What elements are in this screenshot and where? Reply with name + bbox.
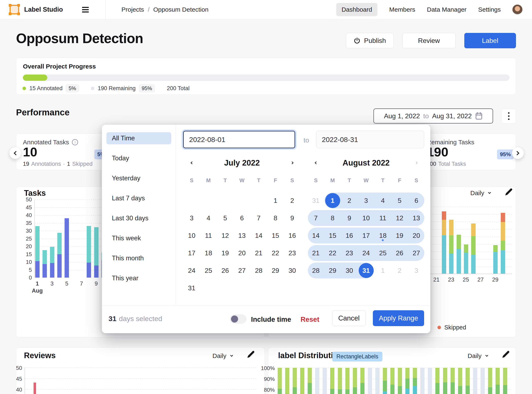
calendar-day[interactable]: 25 xyxy=(375,244,391,262)
calendar-day[interactable]: 4 xyxy=(200,209,217,227)
distribution-period-dropdown[interactable]: Daily xyxy=(468,352,488,359)
calendar-day[interactable]: 3 xyxy=(183,209,200,227)
calendar-day[interactable]: 18 xyxy=(200,244,217,262)
calendar-day[interactable]: 10 xyxy=(183,227,200,244)
cancel-button[interactable]: Cancel xyxy=(332,310,366,326)
label-studio-logo-icon[interactable] xyxy=(10,5,19,14)
calendar-day[interactable]: 23 xyxy=(284,244,301,262)
calendar-day[interactable]: 23 xyxy=(341,244,358,262)
calendar-day[interactable]: 24 xyxy=(358,244,374,262)
calendar-day[interactable]: 13 xyxy=(234,227,250,244)
calendar-day-outside[interactable]: 3 xyxy=(408,262,425,279)
calendar-day[interactable]: 16 xyxy=(284,227,301,244)
apply-range-button[interactable]: Apply Range xyxy=(373,310,424,326)
nav-tab-members[interactable]: Members xyxy=(389,6,415,13)
reviews-edit-pencil-icon[interactable] xyxy=(246,349,256,360)
preset-this-month[interactable]: This month xyxy=(106,252,171,264)
calendar-day[interactable]: 12 xyxy=(217,227,234,244)
calendar-day[interactable]: 11 xyxy=(200,227,217,244)
calendar-day[interactable]: 21 xyxy=(250,244,267,262)
preset-today[interactable]: Today xyxy=(106,152,171,164)
calendar-day[interactable]: 29 xyxy=(267,262,284,279)
calendar-day[interactable]: 24 xyxy=(183,262,200,279)
calendar-day[interactable]: 10 xyxy=(358,209,374,227)
calendar-day[interactable]: 29 xyxy=(324,262,341,279)
calendar-day[interactable]: 19 xyxy=(391,227,408,244)
calendar-day[interactable]: 17 xyxy=(183,244,200,262)
performance-menu-button[interactable] xyxy=(501,109,516,124)
calendar-day[interactable]: 1 xyxy=(324,192,341,209)
calendar-day[interactable]: 8 xyxy=(324,209,341,227)
carousel-prev-button[interactable] xyxy=(9,147,21,159)
hamburger-menu-icon[interactable] xyxy=(82,7,89,12)
calendar-day[interactable]: 22 xyxy=(267,244,284,262)
calendar-day[interactable]: 14 xyxy=(250,227,267,244)
calendar-day[interactable]: 9 xyxy=(341,209,358,227)
nav-tab-settings[interactable]: Settings xyxy=(478,6,501,13)
preset-last-30-days[interactable]: Last 30 days xyxy=(106,212,171,224)
preset-yesterday[interactable]: Yesterday xyxy=(106,172,171,184)
calendar-day[interactable]: 14 xyxy=(308,227,324,244)
calendar-day[interactable]: 31 xyxy=(358,262,374,279)
calendar-day[interactable]: 7 xyxy=(250,209,267,227)
calendar-day[interactable]: 7 xyxy=(308,209,324,227)
breadcrumb-projects[interactable]: Projects xyxy=(121,6,144,13)
carousel-next-button[interactable] xyxy=(512,147,524,159)
calendar-next-month-button[interactable] xyxy=(288,158,297,167)
calendar-day[interactable]: 30 xyxy=(284,262,301,279)
calendar-day[interactable]: 30 xyxy=(341,262,358,279)
calendar-day[interactable]: 31 xyxy=(183,279,200,297)
label-button[interactable]: Label xyxy=(464,33,516,48)
nav-tab-dashboard[interactable]: Dashboard xyxy=(336,3,378,16)
calendar-day[interactable]: 6 xyxy=(408,192,425,209)
calendar-day[interactable]: 28 xyxy=(308,262,324,279)
calendar-day[interactable]: 26 xyxy=(217,262,234,279)
distribution-edit-pencil-icon[interactable] xyxy=(501,349,511,360)
calendar-day[interactable]: 20 xyxy=(408,227,425,244)
nav-tab-data-manager[interactable]: Data Manager xyxy=(427,6,466,13)
calendar-prev-month-button[interactable] xyxy=(187,158,196,167)
calendar-next-month-button[interactable] xyxy=(412,158,421,167)
annotations-edit-pencil-icon[interactable] xyxy=(504,187,514,197)
calendar-day[interactable]: 3 xyxy=(358,192,374,209)
calendar-prev-month-button[interactable] xyxy=(311,158,320,167)
calendar-day[interactable]: 20 xyxy=(234,244,250,262)
start-date-input[interactable] xyxy=(183,131,295,148)
calendar-day[interactable]: 16 xyxy=(341,227,358,244)
calendar-day[interactable]: 8 xyxy=(267,209,284,227)
calendar-day[interactable]: 2 xyxy=(341,192,358,209)
calendar-day[interactable]: 11 xyxy=(375,209,391,227)
calendar-day[interactable]: 6 xyxy=(234,209,250,227)
include-time-toggle[interactable] xyxy=(230,315,246,323)
calendar-day-outside[interactable]: 1 xyxy=(375,262,391,279)
review-button[interactable]: Review xyxy=(402,33,456,48)
calendar-day[interactable]: 9 xyxy=(284,209,301,227)
calendar-day[interactable]: 12 xyxy=(391,209,408,227)
calendar-day-outside[interactable]: 31 xyxy=(308,192,324,209)
calendar-day[interactable]: 2 xyxy=(284,192,301,209)
user-avatar[interactable] xyxy=(512,5,522,15)
calendar-day[interactable]: 18 xyxy=(375,227,391,244)
calendar-day[interactable]: 17 xyxy=(358,227,374,244)
calendar-day[interactable]: 27 xyxy=(234,262,250,279)
publish-button[interactable]: Publish xyxy=(346,33,394,48)
calendar-day[interactable]: 13 xyxy=(408,209,425,227)
calendar-day[interactable]: 5 xyxy=(391,192,408,209)
preset-all-time[interactable]: All Time xyxy=(106,132,171,144)
calendar-day[interactable]: 26 xyxy=(391,244,408,262)
calendar-day[interactable]: 27 xyxy=(408,244,425,262)
info-icon[interactable]: i xyxy=(72,139,78,145)
annotations-period-dropdown[interactable]: Daily xyxy=(470,190,490,197)
calendar-day[interactable]: 25 xyxy=(200,262,217,279)
calendar-day[interactable]: 28 xyxy=(250,262,267,279)
preset-last-7-days[interactable]: Last 7 days xyxy=(106,192,171,204)
calendar-day[interactable]: 22 xyxy=(324,244,341,262)
calendar-day[interactable]: 1 xyxy=(267,192,284,209)
calendar-day-outside[interactable]: 2 xyxy=(391,262,408,279)
reviews-period-dropdown[interactable]: Daily xyxy=(213,352,233,359)
end-date-input[interactable] xyxy=(316,131,424,148)
calendar-day[interactable]: 19 xyxy=(217,244,234,262)
calendar-day[interactable]: 15 xyxy=(267,227,284,244)
date-range-picker-button[interactable]: Aug 1, 2022 to Aug 31, 2022 xyxy=(374,109,493,124)
preset-this-week[interactable]: This week xyxy=(106,232,171,244)
